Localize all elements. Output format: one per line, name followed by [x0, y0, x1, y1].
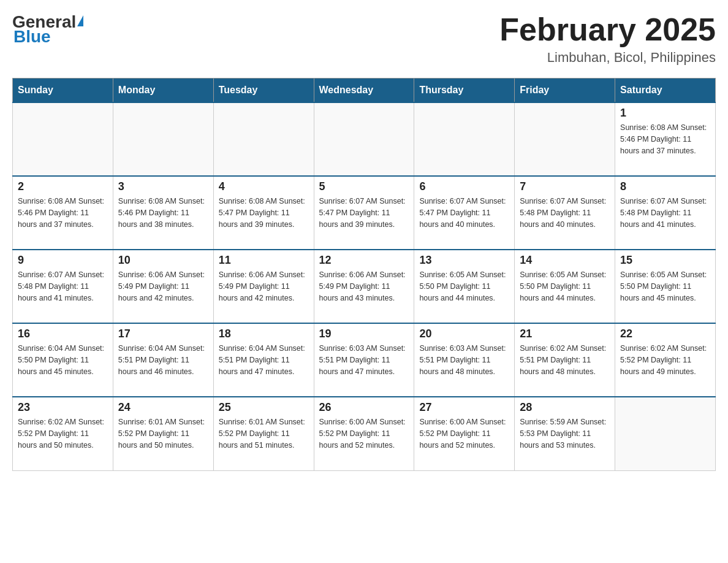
day-number: 19: [319, 327, 409, 340]
calendar-week-row: 16Sunrise: 6:04 AM Sunset: 5:50 PM Dayli…: [13, 323, 716, 397]
day-number: 26: [319, 401, 409, 414]
day-number: 1: [620, 107, 710, 120]
col-monday: Monday: [113, 79, 213, 103]
day-number: 4: [219, 180, 309, 193]
calendar-week-row: 1Sunrise: 6:08 AM Sunset: 5:46 PM Daylig…: [13, 102, 716, 176]
day-number: 25: [219, 401, 309, 414]
calendar-day-cell: [615, 397, 716, 470]
col-thursday: Thursday: [414, 79, 515, 103]
calendar-day-cell: 19Sunrise: 6:03 AM Sunset: 5:51 PM Dayli…: [314, 323, 414, 397]
day-info: Sunrise: 6:08 AM Sunset: 5:47 PM Dayligh…: [219, 196, 309, 230]
day-number: 11: [219, 254, 309, 267]
calendar-day-cell: 12Sunrise: 6:06 AM Sunset: 5:49 PM Dayli…: [314, 250, 414, 323]
calendar-day-cell: 26Sunrise: 6:00 AM Sunset: 5:52 PM Dayli…: [314, 397, 414, 470]
day-number: 10: [118, 254, 208, 267]
col-wednesday: Wednesday: [314, 79, 414, 103]
day-number: 15: [620, 254, 710, 267]
calendar-day-cell: 20Sunrise: 6:03 AM Sunset: 5:51 PM Dayli…: [414, 323, 515, 397]
day-info: Sunrise: 6:04 AM Sunset: 5:50 PM Dayligh…: [18, 343, 108, 377]
day-number: 24: [118, 401, 208, 414]
day-number: 3: [118, 180, 208, 193]
day-info: Sunrise: 6:05 AM Sunset: 5:50 PM Dayligh…: [620, 269, 710, 304]
day-number: 7: [520, 180, 610, 193]
day-info: Sunrise: 6:06 AM Sunset: 5:49 PM Dayligh…: [319, 269, 409, 304]
day-number: 5: [319, 180, 409, 193]
calendar-day-cell: 3Sunrise: 6:08 AM Sunset: 5:46 PM Daylig…: [113, 176, 213, 250]
calendar-day-cell: [515, 102, 615, 176]
calendar-day-cell: 22Sunrise: 6:02 AM Sunset: 5:52 PM Dayli…: [615, 323, 716, 397]
logo: General Blue: [12, 12, 85, 47]
calendar-day-cell: 10Sunrise: 6:06 AM Sunset: 5:49 PM Dayli…: [113, 250, 213, 323]
day-number: 27: [419, 401, 509, 414]
day-number: 20: [419, 327, 509, 340]
calendar-day-cell: 27Sunrise: 6:00 AM Sunset: 5:52 PM Dayli…: [414, 397, 515, 470]
day-info: Sunrise: 6:01 AM Sunset: 5:52 PM Dayligh…: [219, 416, 309, 451]
calendar-day-cell: 13Sunrise: 6:05 AM Sunset: 5:50 PM Dayli…: [414, 250, 515, 323]
day-info: Sunrise: 6:02 AM Sunset: 5:51 PM Dayligh…: [520, 343, 610, 377]
day-info: Sunrise: 5:59 AM Sunset: 5:53 PM Dayligh…: [520, 416, 610, 451]
calendar-day-cell: 16Sunrise: 6:04 AM Sunset: 5:50 PM Dayli…: [13, 323, 113, 397]
day-info: Sunrise: 6:05 AM Sunset: 5:50 PM Dayligh…: [419, 269, 509, 304]
month-title: February 2025: [499, 12, 716, 47]
day-info: Sunrise: 6:01 AM Sunset: 5:52 PM Dayligh…: [118, 416, 208, 451]
day-info: Sunrise: 6:04 AM Sunset: 5:51 PM Dayligh…: [118, 343, 208, 377]
day-info: Sunrise: 6:06 AM Sunset: 5:49 PM Dayligh…: [118, 269, 208, 304]
day-info: Sunrise: 6:08 AM Sunset: 5:46 PM Dayligh…: [18, 196, 108, 230]
day-number: 12: [319, 254, 409, 267]
calendar-day-cell: 7Sunrise: 6:07 AM Sunset: 5:48 PM Daylig…: [515, 176, 615, 250]
day-number: 16: [18, 327, 108, 340]
day-number: 6: [419, 180, 509, 193]
day-number: 8: [620, 180, 710, 193]
day-info: Sunrise: 6:07 AM Sunset: 5:48 PM Dayligh…: [620, 196, 710, 230]
page-header: General Blue February 2025 Limbuhan, Bic…: [12, 12, 716, 66]
calendar-day-cell: 28Sunrise: 5:59 AM Sunset: 5:53 PM Dayli…: [515, 397, 615, 470]
calendar-week-row: 2Sunrise: 6:08 AM Sunset: 5:46 PM Daylig…: [13, 176, 716, 250]
calendar-day-cell: 2Sunrise: 6:08 AM Sunset: 5:46 PM Daylig…: [13, 176, 113, 250]
col-tuesday: Tuesday: [213, 79, 314, 103]
day-number: 22: [620, 327, 710, 340]
calendar-day-cell: 18Sunrise: 6:04 AM Sunset: 5:51 PM Dayli…: [213, 323, 314, 397]
day-number: 14: [520, 254, 610, 267]
day-number: 17: [118, 327, 208, 340]
day-number: 21: [520, 327, 610, 340]
calendar-day-cell: 24Sunrise: 6:01 AM Sunset: 5:52 PM Dayli…: [113, 397, 213, 470]
calendar-week-row: 23Sunrise: 6:02 AM Sunset: 5:52 PM Dayli…: [13, 397, 716, 470]
calendar-header-row: Sunday Monday Tuesday Wednesday Thursday…: [13, 79, 716, 103]
day-number: 2: [18, 180, 108, 193]
calendar-day-cell: 6Sunrise: 6:07 AM Sunset: 5:47 PM Daylig…: [414, 176, 515, 250]
location: Limbuhan, Bicol, Philippines: [499, 50, 716, 66]
day-info: Sunrise: 6:07 AM Sunset: 5:47 PM Dayligh…: [319, 196, 409, 230]
calendar-day-cell: 8Sunrise: 6:07 AM Sunset: 5:48 PM Daylig…: [615, 176, 716, 250]
day-info: Sunrise: 6:03 AM Sunset: 5:51 PM Dayligh…: [319, 343, 409, 377]
calendar-day-cell: 1Sunrise: 6:08 AM Sunset: 5:46 PM Daylig…: [615, 102, 716, 176]
day-info: Sunrise: 6:07 AM Sunset: 5:48 PM Dayligh…: [18, 269, 108, 304]
calendar-day-cell: 5Sunrise: 6:07 AM Sunset: 5:47 PM Daylig…: [314, 176, 414, 250]
day-info: Sunrise: 6:03 AM Sunset: 5:51 PM Dayligh…: [419, 343, 509, 377]
day-info: Sunrise: 6:04 AM Sunset: 5:51 PM Dayligh…: [219, 343, 309, 377]
day-number: 9: [18, 254, 108, 267]
calendar-day-cell: [314, 102, 414, 176]
calendar-day-cell: [113, 102, 213, 176]
calendar-day-cell: [13, 102, 113, 176]
day-info: Sunrise: 6:00 AM Sunset: 5:52 PM Dayligh…: [319, 416, 409, 451]
calendar-day-cell: 15Sunrise: 6:05 AM Sunset: 5:50 PM Dayli…: [615, 250, 716, 323]
calendar-week-row: 9Sunrise: 6:07 AM Sunset: 5:48 PM Daylig…: [13, 250, 716, 323]
col-sunday: Sunday: [13, 79, 113, 103]
calendar-day-cell: 25Sunrise: 6:01 AM Sunset: 5:52 PM Dayli…: [213, 397, 314, 470]
logo-triangle-icon: [77, 15, 83, 26]
day-info: Sunrise: 6:00 AM Sunset: 5:52 PM Dayligh…: [419, 416, 509, 451]
day-info: Sunrise: 6:06 AM Sunset: 5:49 PM Dayligh…: [219, 269, 309, 304]
calendar-day-cell: 14Sunrise: 6:05 AM Sunset: 5:50 PM Dayli…: [515, 250, 615, 323]
day-info: Sunrise: 6:02 AM Sunset: 5:52 PM Dayligh…: [18, 416, 108, 451]
col-friday: Friday: [515, 79, 615, 103]
title-area: February 2025 Limbuhan, Bicol, Philippin…: [499, 12, 716, 66]
col-saturday: Saturday: [615, 79, 716, 103]
calendar-day-cell: [213, 102, 314, 176]
calendar-table: Sunday Monday Tuesday Wednesday Thursday…: [12, 78, 716, 471]
day-info: Sunrise: 6:07 AM Sunset: 5:47 PM Dayligh…: [419, 196, 509, 230]
day-number: 13: [419, 254, 509, 267]
day-info: Sunrise: 6:08 AM Sunset: 5:46 PM Dayligh…: [118, 196, 208, 230]
day-info: Sunrise: 6:08 AM Sunset: 5:46 PM Dayligh…: [620, 122, 710, 156]
calendar-day-cell: 11Sunrise: 6:06 AM Sunset: 5:49 PM Dayli…: [213, 250, 314, 323]
calendar-day-cell: 23Sunrise: 6:02 AM Sunset: 5:52 PM Dayli…: [13, 397, 113, 470]
